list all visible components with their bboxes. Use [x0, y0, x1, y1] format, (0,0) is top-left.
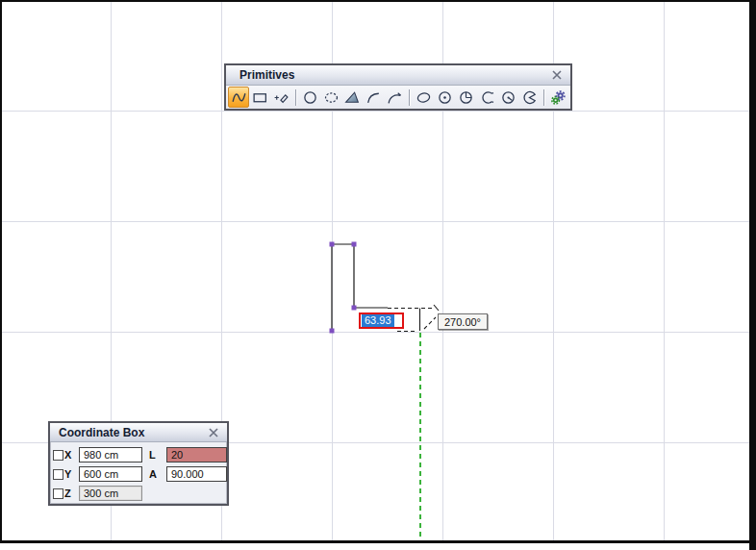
tool-circle-center-point-button[interactable] — [434, 87, 455, 108]
arc-icon — [365, 89, 382, 106]
primitives-title: Primitives — [226, 68, 294, 82]
a-label: A — [149, 468, 157, 480]
close-icon[interactable] — [208, 427, 219, 438]
rubber-band-dashed-line — [424, 317, 436, 329]
a-field[interactable]: 90.000 — [166, 466, 227, 482]
length-tracker-input[interactable]: 63.93 — [359, 312, 404, 329]
tool-polyline-button[interactable] — [228, 87, 249, 108]
axis-y-field[interactable]: 600 cm — [79, 466, 142, 482]
toolbar-separator — [409, 89, 410, 106]
circle-radius-icon — [458, 89, 474, 106]
tool-settings-gears-button[interactable] — [547, 87, 568, 108]
vertex-handle[interactable] — [330, 329, 335, 334]
axis-z-field: 300 cm — [79, 486, 142, 501]
l-field[interactable]: 20 — [166, 447, 227, 462]
axis-x-field[interactable]: 980 cm — [79, 447, 142, 462]
cad-drawing-window: 63.93 270.00° Primitives Coordinate Box … — [0, 0, 756, 550]
length-tracker-value: 63.93 — [362, 314, 394, 327]
bottom-gutter — [0, 543, 749, 550]
tool-arc-button[interactable] — [363, 87, 384, 108]
axis-z-label: Z — [63, 488, 77, 499]
pie-slice-icon — [521, 89, 538, 106]
tool-ellipse-button[interactable] — [413, 87, 434, 108]
coordinate-row-z: Z300 cm — [50, 486, 227, 501]
toolbar-separator — [543, 89, 544, 106]
rubber-band-line — [434, 305, 439, 311]
vertex-handle[interactable] — [330, 242, 335, 247]
angle-tracker-readout: 270.00° — [438, 313, 488, 330]
tool-tangent-arc-button[interactable] — [384, 87, 405, 108]
l-label: L — [149, 449, 156, 461]
arc-three-point-icon — [479, 89, 495, 106]
tool-arc-three-point-button[interactable] — [476, 87, 497, 108]
primitives-toolbar — [226, 86, 570, 109]
vertex-handle[interactable] — [352, 242, 357, 247]
tool-cloud-button[interactable] — [320, 87, 341, 108]
tool-rotated-rectangle-button[interactable] — [270, 87, 291, 108]
vertex-handle[interactable] — [352, 306, 357, 311]
circle-icon — [302, 89, 318, 106]
ellipse-icon — [416, 89, 432, 106]
triangle-icon — [344, 89, 361, 106]
axis-y-checkbox[interactable] — [53, 469, 63, 480]
circle-center-point-icon — [437, 89, 453, 106]
coordinate-row-y: Y600 cmA90.000 — [50, 466, 227, 482]
tool-arc-center-button[interactable] — [497, 87, 518, 108]
window-border-left — [0, 0, 2, 544]
primitives-titlebar[interactable]: Primitives — [226, 65, 570, 86]
close-icon[interactable] — [551, 69, 563, 81]
rotated-rectangle-icon — [273, 89, 290, 106]
rectangle-icon — [252, 89, 268, 106]
window-border-top — [0, 0, 756, 2]
tool-circle-radius-button[interactable] — [455, 87, 476, 108]
tangent-arc-icon — [387, 89, 403, 106]
axis-z-checkbox[interactable] — [53, 488, 63, 499]
tool-triangle-button[interactable] — [341, 87, 363, 108]
tool-circle-button[interactable] — [299, 87, 320, 108]
coordinate-row-x: X980 cmL20 — [50, 447, 227, 462]
coordinate-box-palette: Coordinate Box X980 cmL20Y600 cmA90.000Z… — [48, 421, 229, 506]
window-border-right — [749, 0, 756, 550]
tool-pie-slice-button[interactable] — [518, 87, 540, 108]
cloud-icon — [323, 89, 340, 106]
angle-tracker-value: 270.00° — [444, 316, 481, 328]
arc-center-icon — [500, 89, 517, 106]
axis-x-checkbox[interactable] — [53, 450, 63, 461]
toolbar-separator — [295, 89, 296, 106]
axis-y-label: Y — [63, 468, 77, 480]
axis-x-label: X — [63, 449, 77, 461]
coordinate-rows: X980 cmL20Y600 cmA90.000Z300 cm — [50, 442, 227, 501]
primitives-palette: Primitives — [224, 63, 572, 111]
tool-rectangle-button[interactable] — [249, 87, 270, 108]
coordinate-box-titlebar[interactable]: Coordinate Box — [50, 423, 227, 442]
coordinate-box-title: Coordinate Box — [50, 426, 144, 439]
settings-gears-icon — [550, 89, 567, 106]
polyline-icon — [231, 89, 247, 106]
